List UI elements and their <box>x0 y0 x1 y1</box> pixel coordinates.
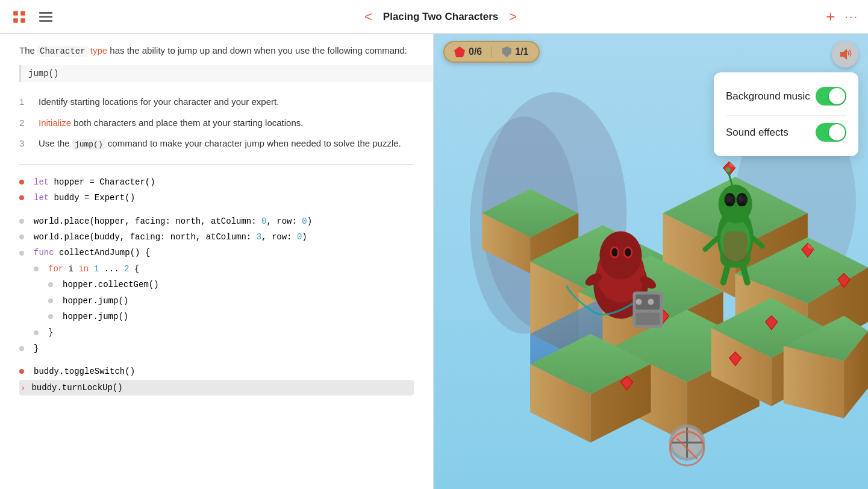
svg-point-57 <box>599 231 642 279</box>
page-title: Placing Two Characters <box>383 11 498 23</box>
speaker-icon <box>837 46 853 62</box>
code-line-collect-gem: hopper.collectGem() <box>19 277 414 292</box>
code-line-turn-lock: › buddy.turnLockUp() <box>19 380 414 396</box>
initialize-link[interactable]: Initialize <box>39 118 71 128</box>
prev-button[interactable]: < <box>361 8 376 26</box>
type-link[interactable]: type <box>90 45 107 55</box>
bg-music-toggle[interactable] <box>816 87 846 106</box>
breakpoint-dot[interactable] <box>19 346 24 351</box>
list-icon <box>39 10 53 24</box>
instruction-list: 1 Identify starting locations for your c… <box>19 92 414 154</box>
score-hud: 0/6 1/1 <box>443 41 540 63</box>
shield-score: 1/1 <box>502 46 528 57</box>
next-button[interactable]: > <box>505 8 520 26</box>
svg-point-66 <box>635 299 642 305</box>
breakpoint-dot[interactable] <box>48 282 53 287</box>
code-line-toggle-switch: buddy.toggleSwitch() <box>19 364 414 379</box>
svg-point-81 <box>726 167 731 172</box>
sound-button[interactable] <box>832 41 858 68</box>
main-area: The Character type has the ability to ju… <box>0 34 868 489</box>
code-line-place-buddy: world.place(buddy, facing: north, atColu… <box>19 229 414 245</box>
list-view-button[interactable] <box>36 7 55 27</box>
toolbar: < Placing Two Characters > + ··· <box>0 0 868 34</box>
bg-music-label: Background music <box>726 90 810 103</box>
gem-icon <box>454 46 465 57</box>
list-item: 3 Use the jump() command to make your ch… <box>19 133 414 154</box>
code-section: let hopper = Character() let buddy = Exp… <box>19 174 433 396</box>
svg-point-73 <box>719 185 752 223</box>
svg-point-67 <box>648 299 654 305</box>
svg-point-60 <box>611 248 617 256</box>
breakpoint-dot[interactable] <box>19 219 24 224</box>
svg-rect-2 <box>13 18 18 23</box>
inline-code-jump: jump() <box>19 65 433 82</box>
svg-rect-78 <box>725 196 735 203</box>
svg-rect-3 <box>20 18 25 23</box>
code-line-jump-2: hopper.jump() <box>19 309 414 324</box>
svg-rect-68 <box>635 313 660 325</box>
breakpoint-dot[interactable] <box>19 235 24 239</box>
code-line-buddy-decl: let buddy = Expert() <box>19 190 414 206</box>
code-line-func-decl: func collectAndJump() { <box>19 245 414 260</box>
list-item: 1 Identify starting locations for your c… <box>19 92 414 113</box>
toolbar-left <box>10 7 55 27</box>
svg-rect-1 <box>20 11 25 16</box>
more-button[interactable]: ··· <box>845 10 858 24</box>
svg-rect-0 <box>13 11 18 16</box>
code-line-hopper-decl: let hopper = Character() <box>19 174 414 190</box>
code-line-jump-1: hopper.jump() <box>19 293 414 309</box>
breakpoint-dot[interactable] <box>48 298 53 303</box>
shield-count: 1/1 <box>515 46 528 57</box>
prose-description: The Character type has the ability to ju… <box>19 43 433 58</box>
left-panel: The Character type has the ability to ju… <box>0 34 434 489</box>
grid-view-button[interactable] <box>10 7 29 27</box>
gem-count: 0/6 <box>469 46 482 57</box>
breakpoint-dot[interactable] <box>19 369 24 374</box>
score-divider <box>492 46 492 58</box>
list-item: 2 Initialize both characters and place t… <box>19 113 414 134</box>
toolbar-right: + ··· <box>826 7 858 26</box>
grid-icon <box>12 10 27 24</box>
breakpoint-dot[interactable] <box>34 267 39 271</box>
add-button[interactable]: + <box>826 7 835 26</box>
svg-rect-79 <box>737 196 748 203</box>
breakpoint-dot[interactable] <box>34 330 39 335</box>
sound-effects-label: Sound effects <box>726 127 788 139</box>
toolbar-center: < Placing Two Characters > <box>63 8 819 26</box>
breakpoint-dot[interactable] <box>19 195 24 200</box>
sound-popup: Background music Sound effects <box>714 72 858 156</box>
sound-effects-row: Sound effects <box>726 118 846 147</box>
code-line-place-hopper: world.place(hopper, facing: north, atCol… <box>19 213 414 229</box>
shield-icon <box>502 46 511 57</box>
divider <box>19 164 414 165</box>
code-line-close-func: } <box>19 341 414 356</box>
breakpoint-dot[interactable] <box>19 180 24 185</box>
svg-rect-72 <box>723 231 748 261</box>
breakpoint-dot[interactable] <box>19 251 24 256</box>
gem-score: 0/6 <box>454 46 482 57</box>
sound-effects-toggle[interactable] <box>816 123 846 142</box>
bg-music-row: Background music <box>726 82 846 116</box>
code-line-for: for i in 1 ... 2 { <box>19 261 414 277</box>
svg-point-61 <box>625 248 631 256</box>
code-line-close-for: } <box>19 324 414 340</box>
right-panel: 0/6 1/1 Background music Sound effec <box>434 34 868 489</box>
breakpoint-dot[interactable] <box>48 314 53 319</box>
